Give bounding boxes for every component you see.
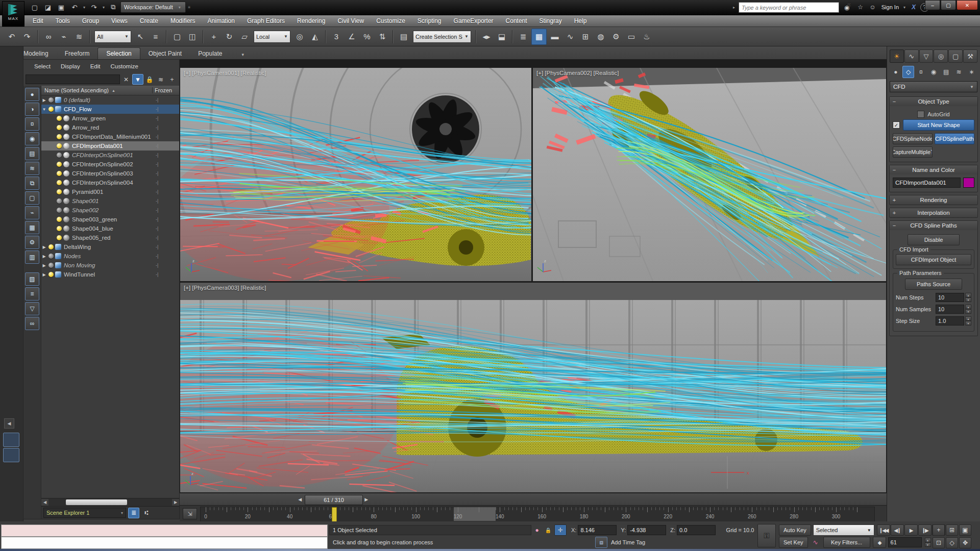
menu-civil-view[interactable]: Civil View <box>331 15 370 27</box>
spin-up-icon[interactable]: ▲ <box>965 293 971 297</box>
rollout-name-color-header[interactable]: − Name and Color <box>890 165 977 174</box>
render-production-icon[interactable]: ♨ <box>640 29 654 44</box>
default-in-out-curve-icon[interactable]: ∿ <box>810 537 821 547</box>
maxscript-mini-listener-pink[interactable] <box>1 524 328 537</box>
paths-source-button[interactable]: Paths Source <box>905 279 962 290</box>
rendered-frame-window-icon[interactable]: ▭ <box>624 29 639 44</box>
flyout-arrow-icon[interactable]: ▾ <box>82 5 87 10</box>
start-new-shape-button[interactable]: Start New Shape <box>903 119 974 131</box>
spinner-arrows[interactable]: ▲▼ <box>965 305 971 314</box>
filter-materials-icon[interactable]: ▥ <box>25 251 39 264</box>
tab-motion[interactable]: ◎ <box>934 49 948 63</box>
render-setup-icon[interactable]: ⚙ <box>609 29 623 44</box>
filter-bones-icon[interactable]: ⌁ <box>25 206 39 219</box>
explorer-hscrollbar[interactable]: ◀ ▶ <box>41 498 179 506</box>
list-item[interactable]: CFDImportData001-| <box>41 141 179 151</box>
pan-view-icon[interactable]: ✥ <box>959 537 971 548</box>
scroll-thumb[interactable] <box>66 499 127 505</box>
tab-display[interactable]: ▢ <box>948 49 963 63</box>
workspace-dropdown[interactable]: Workspace: Default▾ <box>120 2 186 13</box>
menu-animation[interactable]: Animation <box>202 15 241 27</box>
list-item[interactable]: ▶DeltaWing-| <box>41 242 179 252</box>
window-crossing-toggle-icon[interactable]: ◫ <box>185 29 200 44</box>
frozen-mark[interactable]: -| <box>153 208 179 213</box>
snaps-toggle-3d-icon[interactable]: 3 <box>329 29 344 44</box>
edit-named-selection-sets-icon[interactable]: ▤ <box>397 29 411 44</box>
num-samples-field[interactable]: 10 <box>936 305 964 314</box>
frozen-mark[interactable]: -| <box>153 189 179 194</box>
unlink-selection-icon[interactable]: ⌁ <box>57 29 71 44</box>
set-keys-button[interactable]: ⚿ <box>757 524 776 547</box>
redo-icon[interactable]: ↷ <box>20 29 34 44</box>
list-item[interactable]: Shape005_red-| <box>41 233 179 242</box>
frozen-mark[interactable]: -| <box>153 134 179 139</box>
cfdimport-object-button[interactable]: CFDImport Object <box>896 254 971 265</box>
list-item[interactable]: ▶0 (default)-| <box>41 95 179 105</box>
toggle-scene-explorer-icon[interactable]: ▦ <box>531 29 547 45</box>
favorites-star-icon[interactable]: ☆ <box>855 2 866 12</box>
visibility-bulb-icon[interactable] <box>57 198 62 204</box>
auto-key-button[interactable]: Auto Key <box>779 524 811 536</box>
tab-modify[interactable]: ∿ <box>904 49 919 63</box>
list-item[interactable]: ▼CFD_Flow-| <box>41 105 179 114</box>
visibility-bulb-icon[interactable] <box>57 226 62 231</box>
undo-icon[interactable]: ↶ <box>5 29 19 44</box>
z-coordinate-field[interactable]: 0.0 <box>677 525 716 535</box>
list-item[interactable]: Arrow_red-| <box>41 123 179 132</box>
visibility-bulb-icon[interactable] <box>57 208 62 213</box>
undo-icon[interactable]: ↶ <box>68 2 81 13</box>
schematic-view-icon[interactable]: ⊞ <box>578 29 593 44</box>
expand-arrow-icon[interactable]: ▼ <box>41 107 47 112</box>
spin-down-icon[interactable]: ▼ <box>965 321 971 325</box>
zoom-extents-icon[interactable]: ▣ <box>959 524 971 536</box>
filter-cameras-icon[interactable]: ◉ <box>25 132 39 145</box>
tab-hierarchy[interactable]: ▽ <box>919 49 934 63</box>
ribbon-flyout-icon[interactable]: ▾ <box>238 50 249 59</box>
disable-button[interactable]: Disable <box>908 234 960 245</box>
rollout-cfd-spline-paths-header[interactable]: − CFD Spline Paths <box>890 221 977 230</box>
list-item[interactable]: Shape001-| <box>41 196 179 206</box>
select-object-icon[interactable]: ↖ <box>133 29 148 44</box>
start-new-shape-checkbox[interactable]: ✓ <box>893 121 900 129</box>
object-class-dropdown[interactable]: CFD ▼ <box>890 81 977 92</box>
key-filters-button[interactable]: Key Filters... <box>823 537 870 548</box>
frozen-mark[interactable]: -| <box>153 226 179 231</box>
filter-frozen-icon[interactable]: ▧ <box>25 272 39 286</box>
spin-up-icon[interactable]: ▲ <box>965 316 971 321</box>
expand-arrow-icon[interactable]: ▶ <box>41 245 47 249</box>
visibility-bulb-icon[interactable] <box>48 244 54 249</box>
visibility-bulb-icon[interactable] <box>57 235 62 240</box>
filter-settings-icon[interactable]: ⚙ <box>25 236 39 249</box>
cfdsplinenode-button[interactable]: CFDSplineNode <box>893 133 933 144</box>
frozen-mark[interactable]: -| <box>153 107 179 112</box>
select-and-place-icon[interactable]: ◭ <box>308 29 322 44</box>
list-item[interactable]: ▶WindTunnel-| <box>41 270 179 279</box>
expand-arrow-icon[interactable]: ▶ <box>41 98 47 103</box>
spin-down-icon[interactable]: ▼ <box>965 297 971 302</box>
go-to-start-button[interactable]: ❙◀◀ <box>877 524 890 536</box>
visibility-bulb-icon[interactable] <box>48 107 54 112</box>
clear-search-icon[interactable]: ✕ <box>121 74 131 84</box>
list-item[interactable]: Shape004_blue-| <box>41 224 179 233</box>
list-item[interactable]: Shape003_green-| <box>41 215 179 224</box>
tab-create[interactable]: ☀ <box>890 49 904 63</box>
list-item[interactable]: CFDInterpOnSpline004-| <box>41 178 179 187</box>
explorer-search-input[interactable] <box>26 74 120 84</box>
frame-spinner[interactable]: ▲▼ <box>925 538 931 547</box>
select-and-link-icon[interactable]: ∞ <box>41 29 56 44</box>
spinner-snap-toggle-icon[interactable]: ⇅ <box>375 29 389 44</box>
explorer-menu-customize[interactable]: Customize <box>106 62 143 71</box>
isolate-selection-icon[interactable]: ● <box>531 525 543 535</box>
maximize-button[interactable]: ▢ <box>941 0 956 10</box>
menu-content[interactable]: Content <box>500 15 533 27</box>
frozen-mark[interactable]: -| <box>153 244 179 249</box>
visibility-bulb-icon[interactable] <box>57 153 62 158</box>
curve-editor-icon[interactable]: ∿ <box>563 29 577 44</box>
toggle-layer-explorer-icon[interactable]: ≣ <box>516 29 530 44</box>
menu-modifiers[interactable]: Modifiers <box>164 15 202 27</box>
filter-containers-icon[interactable]: ▦ <box>25 221 39 234</box>
use-pivot-point-center-icon[interactable]: ◎ <box>292 29 307 44</box>
reference-coordinate-system-dropdown[interactable]: Local▼ <box>254 31 290 43</box>
transform-gizmo-icon[interactable]: ✛ <box>554 524 567 536</box>
time-tag-cube-icon[interactable]: ⧈ <box>595 537 607 548</box>
